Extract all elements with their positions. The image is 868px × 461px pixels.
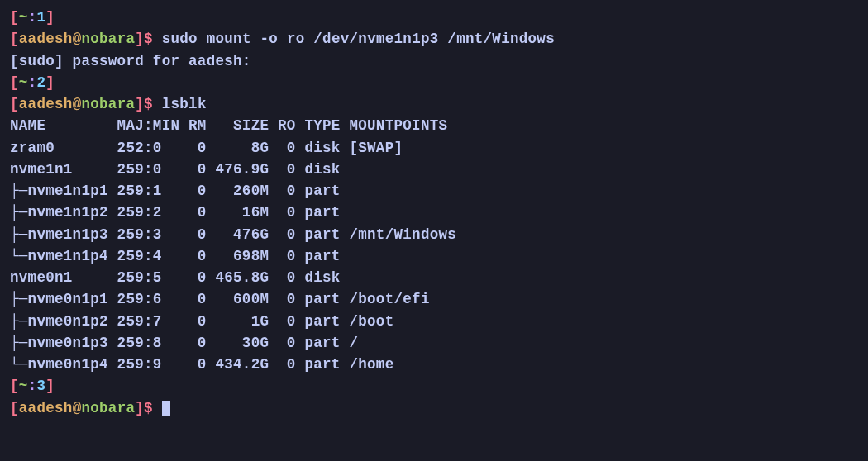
prompt-command-3[interactable]: [aadesh@nobara]$	[10, 397, 858, 419]
bracket-close: ]	[135, 400, 144, 416]
prompt-number: 1	[36, 9, 45, 26]
hostname: nobara	[81, 96, 135, 112]
prompt-path-3: [~:3]	[10, 375, 858, 397]
colon: :	[28, 9, 37, 26]
bracket-open: [	[10, 96, 19, 112]
command-text: sudo mount -o ro /dev/nvme1n1p3 /mnt/Win…	[162, 31, 555, 47]
dollar-sign: $	[144, 96, 153, 112]
lsblk-row: ├─nvme0n1p3 259:8 0 30G 0 part /	[10, 332, 858, 354]
lsblk-row: └─nvme0n1p4 259:9 0 434.2G 0 part /home	[10, 354, 858, 375]
lsblk-row: ├─nvme1n1p1 259:1 0 260M 0 part	[10, 180, 858, 202]
cursor-icon	[162, 401, 170, 416]
colon: :	[28, 74, 37, 91]
bracket-open: [	[10, 378, 19, 394]
bracket-close: ]	[45, 74, 55, 91]
bracket-open: [	[10, 9, 19, 26]
tilde: ~	[19, 9, 28, 26]
at-sign: @	[73, 400, 82, 416]
command-text: lsblk	[162, 96, 207, 112]
lsblk-header: NAME MAJ:MIN RM SIZE RO TYPE MOUNTPOINTS	[10, 115, 858, 136]
bracket-close: ]	[135, 96, 144, 112]
lsblk-row: ├─nvme1n1p3 259:3 0 476G 0 part /mnt/Win…	[10, 224, 858, 245]
prompt-number: 2	[36, 74, 45, 91]
username: aadesh	[19, 31, 73, 47]
dollar-sign: $	[144, 400, 153, 416]
lsblk-row: nvme0n1 259:5 0 465.8G 0 disk	[10, 267, 858, 288]
hostname: nobara	[81, 400, 135, 416]
bracket-close: ]	[45, 9, 55, 26]
bracket-open: [	[10, 31, 19, 47]
at-sign: @	[73, 31, 82, 47]
lsblk-row: └─nvme1n1p4 259:4 0 698M 0 part	[10, 245, 858, 267]
prompt-command-1[interactable]: [aadesh@nobara]$ sudo mount -o ro /dev/n…	[10, 28, 858, 50]
lsblk-row: ├─nvme0n1p2 259:7 0 1G 0 part /boot	[10, 311, 858, 332]
bracket-close: ]	[135, 31, 144, 47]
colon: :	[28, 378, 37, 394]
prompt-command-2[interactable]: [aadesh@nobara]$ lsblk	[10, 93, 858, 115]
username: aadesh	[19, 96, 73, 112]
prompt-path-1: [~:1]	[10, 7, 858, 28]
at-sign: @	[73, 96, 82, 112]
bracket-close: ]	[45, 378, 55, 394]
prompt-number: 3	[36, 378, 45, 394]
lsblk-row: ├─nvme0n1p1 259:6 0 600M 0 part /boot/ef…	[10, 288, 858, 310]
tilde: ~	[19, 378, 28, 394]
lsblk-row: ├─nvme1n1p2 259:2 0 16M 0 part	[10, 202, 858, 223]
bracket-open: [	[10, 400, 19, 416]
hostname: nobara	[81, 31, 135, 47]
dollar-sign: $	[144, 31, 153, 47]
tilde: ~	[19, 74, 28, 91]
lsblk-row: zram0 252:0 0 8G 0 disk [SWAP]	[10, 137, 858, 159]
lsblk-row: nvme1n1 259:0 0 476.9G 0 disk	[10, 159, 858, 180]
bracket-open: [	[10, 74, 19, 91]
username: aadesh	[19, 400, 73, 416]
prompt-path-2: [~:2]	[10, 72, 858, 93]
sudo-prompt: [sudo] password for aadesh:	[10, 50, 858, 72]
